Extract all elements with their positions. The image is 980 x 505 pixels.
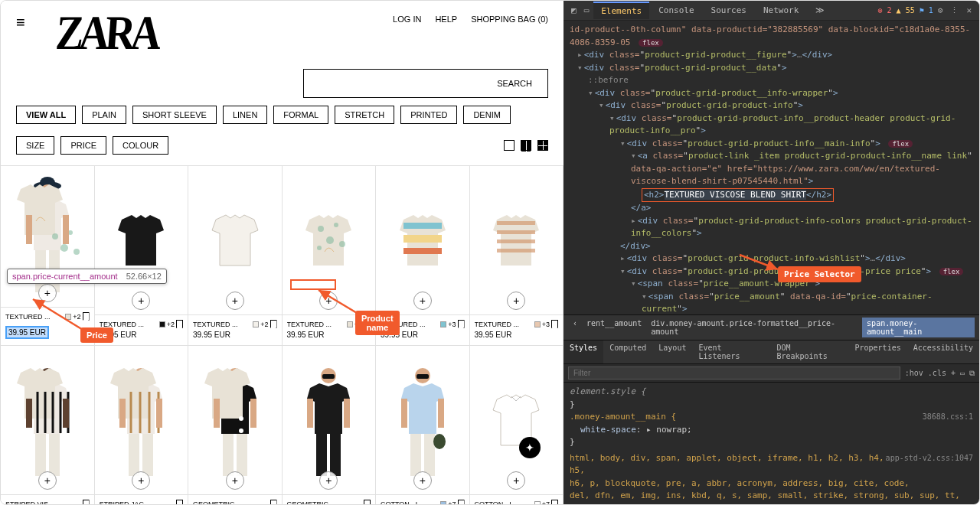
- accessibility-icon[interactable]: ✦: [519, 437, 541, 458]
- bookmark-icon[interactable]: [270, 500, 277, 504]
- styles-filter-input[interactable]: [568, 367, 900, 380]
- bookmark-icon[interactable]: [551, 320, 558, 328]
- more-colors[interactable]: +2: [260, 321, 268, 328]
- hamburger-icon[interactable]: ≡: [16, 15, 25, 30]
- copy-icon[interactable]: ⧉: [969, 369, 975, 378]
- more-colors[interactable]: +2: [167, 321, 175, 328]
- add-button[interactable]: +: [413, 471, 432, 490]
- bookmark-icon[interactable]: [458, 320, 465, 328]
- product-cell[interactable]: +COTTON - L...+735.95 EUR: [470, 346, 564, 504]
- cls-tool[interactable]: .cls: [928, 369, 946, 377]
- svg-rect-58: [214, 399, 220, 428]
- svg-point-16: [339, 241, 345, 247]
- add-button[interactable]: +: [132, 471, 150, 490]
- brand-logo[interactable]: ZARA: [54, 5, 158, 60]
- settings-icon[interactable]: ⚙: [938, 5, 943, 15]
- color-swatch[interactable]: [159, 321, 165, 327]
- dom-breadcrumbs[interactable]: ‹ rent__amount div.money-amount.price-fo…: [564, 314, 979, 340]
- layout-icon[interactable]: ▭: [960, 369, 965, 377]
- inspect-icon[interactable]: ◩: [571, 5, 577, 15]
- close-icon[interactable]: ✕: [966, 5, 972, 15]
- product-cell[interactable]: +TEXTURED ...+339.95 EUR: [470, 166, 564, 346]
- more-colors[interactable]: +3: [542, 321, 550, 328]
- bag-link[interactable]: SHOPPING BAG (0): [471, 15, 548, 24]
- svg-rect-61: [322, 374, 335, 379]
- more-colors[interactable]: +7: [448, 500, 456, 505]
- tab-network[interactable]: Network: [756, 2, 806, 18]
- color-swatch[interactable]: [534, 321, 541, 327]
- bookmark-icon[interactable]: [364, 500, 371, 504]
- svg-rect-71: [438, 399, 444, 428]
- color-swatch[interactable]: [347, 321, 353, 327]
- svg-point-48: [239, 416, 243, 421]
- add-button[interactable]: +: [507, 471, 525, 490]
- add-button[interactable]: +: [226, 292, 244, 310]
- bookmark-icon[interactable]: [176, 500, 183, 504]
- filter-price[interactable]: PRICE: [60, 136, 106, 155]
- bookmark-icon[interactable]: [83, 312, 90, 321]
- product-name: STRIPED VISCOSE...: [5, 500, 59, 505]
- color-swatch[interactable]: [440, 321, 446, 327]
- add-button[interactable]: +: [507, 292, 525, 310]
- hov-tool[interactable]: :hov: [905, 369, 923, 377]
- product-cell[interactable]: +TEXTURED ...+239.95 EUR: [188, 166, 283, 346]
- product-cell[interactable]: +TEXTURED ...+239.95 EUR: [1, 166, 95, 346]
- dock-icon[interactable]: ⋮: [950, 5, 959, 15]
- bookmark-icon[interactable]: [551, 500, 558, 504]
- filter-colour[interactable]: COLOUR: [113, 136, 168, 155]
- filter-printed[interactable]: PRINTED: [400, 106, 457, 124]
- add-button[interactable]: +: [319, 292, 338, 310]
- add-button[interactable]: +: [132, 292, 150, 310]
- svg-point-72: [433, 434, 446, 449]
- styles-tabs[interactable]: Styles Computed Layout Event Listeners D…: [564, 340, 979, 363]
- inspector-tooltip: span.price-current__amount 52.66×12: [7, 269, 167, 284]
- svg-rect-33: [49, 434, 60, 476]
- product-cell[interactable]: +COTTON - L...+735.95 EUR: [376, 346, 470, 504]
- svg-rect-69: [424, 434, 435, 476]
- filter-linen[interactable]: LINEN: [223, 106, 267, 124]
- login-link[interactable]: LOG IN: [393, 15, 421, 24]
- css-rules[interactable]: element.style { } 38688.css:1.money-amou…: [564, 382, 979, 504]
- add-button[interactable]: +: [226, 471, 244, 490]
- add-button[interactable]: +: [38, 284, 57, 302]
- product-cell[interactable]: +STRIPED JACQUA...45.95 EUR: [95, 346, 189, 504]
- bookmark-icon[interactable]: [270, 320, 277, 328]
- annotation-price-selector: Price Selector: [778, 266, 861, 282]
- color-swatch[interactable]: [534, 501, 541, 505]
- color-swatch[interactable]: [65, 314, 71, 320]
- color-swatch[interactable]: [253, 321, 259, 327]
- help-link[interactable]: HELP: [435, 15, 457, 24]
- tab-sources[interactable]: Sources: [704, 2, 754, 18]
- devtools-tabs[interactable]: ◩ ▭ Elements Console Sources Network ≫ ⊗…: [564, 1, 979, 21]
- tab-console[interactable]: Console: [651, 2, 701, 18]
- add-button[interactable]: +: [38, 471, 57, 490]
- filter-denim[interactable]: DENIM: [463, 106, 510, 124]
- dom-tree[interactable]: id-product--0th-column" data-productid="…: [564, 21, 979, 314]
- product-cell[interactable]: +GEOMETRIC CRO...49.95 EUR: [188, 346, 283, 504]
- device-icon[interactable]: ▭: [584, 5, 590, 15]
- filter-short-sleeve[interactable]: SHORT SLEEVE: [132, 106, 217, 124]
- tab-more[interactable]: ≫: [808, 2, 832, 18]
- filter-stretch[interactable]: STRETCH: [335, 106, 394, 124]
- search-input[interactable]: SEARCH: [303, 69, 548, 98]
- svg-rect-57: [237, 434, 247, 476]
- product-cell[interactable]: +GEOMETRIC JAC...39.95 EUR: [283, 346, 377, 504]
- filter-size[interactable]: SIZE: [16, 136, 54, 155]
- filter-view-all[interactable]: VIEW ALL: [16, 106, 76, 124]
- add-button[interactable]: +: [319, 471, 338, 490]
- filter-plain[interactable]: PLAIN: [82, 106, 126, 124]
- bookmark-icon[interactable]: [83, 500, 90, 504]
- bookmark-icon[interactable]: [458, 500, 465, 504]
- product-cell[interactable]: +TEXTURED ...+239.95 EUR: [95, 166, 189, 346]
- tab-elements[interactable]: Elements: [593, 2, 649, 19]
- filter-formal[interactable]: FORMAL: [273, 106, 328, 124]
- view-toggle[interactable]: [504, 136, 548, 155]
- add-button[interactable]: +: [413, 292, 432, 310]
- product-cell[interactable]: +STRIPED VISCOSE...39.95 EUR: [1, 346, 95, 504]
- color-swatch[interactable]: [440, 501, 446, 505]
- bookmark-icon[interactable]: [176, 320, 183, 328]
- more-colors[interactable]: +7: [542, 500, 550, 505]
- more-colors[interactable]: +2: [73, 313, 80, 321]
- more-colors[interactable]: +3: [448, 321, 456, 328]
- new-rule-tool[interactable]: +: [951, 369, 956, 377]
